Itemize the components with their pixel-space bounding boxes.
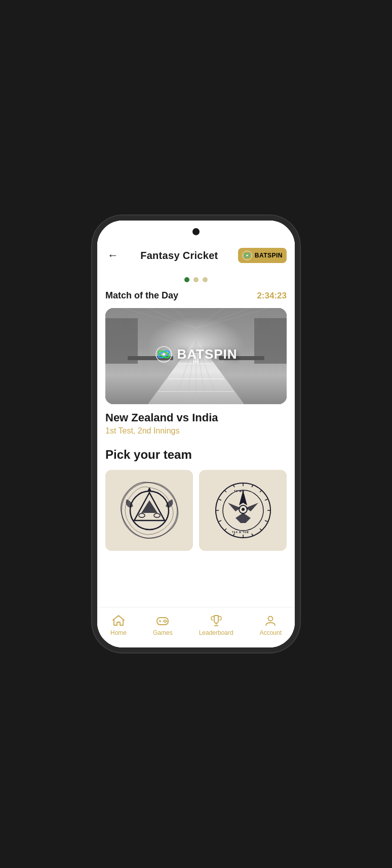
batspin-overlay-icon — [154, 345, 173, 363]
svg-line-47 — [260, 529, 262, 531]
carousel-dot-1[interactable] — [184, 277, 189, 282]
batspin-logo-icon — [242, 250, 252, 261]
svg-point-3 — [246, 255, 248, 256]
page-title: Fantasy Cricket — [140, 250, 218, 262]
back-button[interactable]: ← — [105, 247, 121, 264]
stadium-logo-text: BATSPIN — [177, 346, 237, 362]
match-of-day-label: Match of the Day — [105, 290, 178, 301]
leaderboard-icon — [210, 614, 223, 627]
match-timer: 2:34:23 — [257, 291, 287, 301]
team-card-2[interactable]: TT MM — [199, 470, 287, 551]
nav-account[interactable]: Account — [254, 611, 288, 639]
carousel-dot-2[interactable] — [193, 277, 199, 282]
phone-frame: ← Fantasy Cricket BATSPIN — [97, 221, 295, 647]
stadium-logo-overlay: BATSPIN — [154, 345, 237, 363]
svg-point-71 — [268, 616, 273, 621]
nav-account-label: Account — [260, 629, 282, 636]
nav-leaderboard[interactable]: Leaderboard — [193, 611, 240, 639]
batspin-badge-text: BATSPIN — [255, 252, 283, 259]
svg-point-65 — [165, 619, 166, 621]
svg-point-39 — [154, 513, 160, 517]
nav-games-label: Games — [153, 629, 173, 636]
team1-emblem — [119, 480, 180, 541]
nav-home[interactable]: Home — [104, 611, 133, 639]
phone-screen: ← Fantasy Cricket BATSPIN — [97, 221, 295, 647]
stadium-image: BATSPIN — [105, 308, 287, 404]
header: ← Fantasy Cricket BATSPIN — [97, 243, 295, 270]
games-icon — [156, 614, 169, 627]
team-cards-container: TT MM — [105, 470, 287, 551]
svg-line-52 — [219, 520, 221, 522]
match-section: Match of the Day 2:34:23 — [97, 290, 295, 436]
carousel-dot-3[interactable] — [203, 277, 208, 282]
svg-line-43 — [260, 490, 262, 492]
team-card-1[interactable] — [105, 470, 193, 551]
nav-home-label: Home — [110, 629, 127, 636]
carousel-dots — [97, 270, 295, 290]
account-icon — [264, 614, 277, 627]
svg-point-66 — [166, 620, 168, 622]
camera-notch — [192, 228, 200, 235]
svg-point-38 — [139, 513, 145, 517]
home-icon — [112, 614, 125, 627]
svg-line-54 — [219, 499, 221, 500]
nav-leaderboard-label: Leaderboard — [199, 629, 233, 636]
svg-point-68 — [163, 620, 165, 622]
nav-games[interactable]: Games — [147, 611, 179, 639]
status-bar — [97, 221, 295, 243]
pick-team-title: Pick your team — [105, 448, 287, 462]
match-header: Match of the Day 2:34:23 — [105, 290, 287, 301]
svg-point-33 — [163, 353, 165, 356]
match-subtitle: 1st Test, 2nd Innings — [105, 426, 287, 436]
svg-line-55 — [224, 490, 226, 492]
svg-line-51 — [224, 529, 226, 531]
svg-text:TEA M  TAM: TEA M TAM — [232, 531, 249, 534]
match-name: New Zealand vs India — [105, 411, 287, 424]
team2-emblem: TT MM — [213, 480, 273, 541]
scroll-content: Match of the Day 2:34:23 — [97, 270, 295, 647]
bottom-nav: Home Games — [97, 607, 295, 647]
svg-point-67 — [165, 621, 166, 623]
svg-line-44 — [265, 499, 267, 500]
svg-line-46 — [265, 520, 267, 522]
pick-team-section: Pick your team — [97, 448, 295, 551]
batspin-badge: BATSPIN — [238, 248, 287, 263]
svg-point-60 — [242, 508, 245, 511]
